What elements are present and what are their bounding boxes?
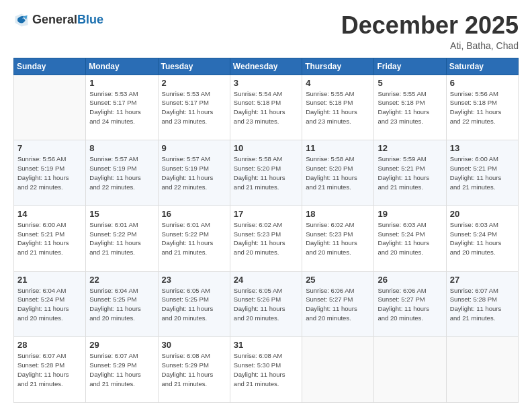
day-header-wednesday: Wednesday [230,58,302,75]
page: General Blue December 2025 Ati, Batha, C… [0,0,532,411]
day-info: Sunrise: 5:59 AM Sunset: 5:21 PM Dayligh… [378,154,442,191]
calendar-cell: 17Sunrise: 6:02 AM Sunset: 5:23 PM Dayli… [230,205,302,271]
day-number: 29 [89,340,154,350]
day-number: 13 [450,143,515,153]
calendar-cell: 19Sunrise: 6:03 AM Sunset: 5:24 PM Dayli… [374,205,446,271]
day-info: Sunrise: 5:58 AM Sunset: 5:20 PM Dayligh… [234,154,298,191]
day-info: Sunrise: 6:01 AM Sunset: 5:22 PM Dayligh… [89,220,154,257]
day-info: Sunrise: 5:57 AM Sunset: 5:19 PM Dayligh… [89,154,154,191]
calendar-week-row: 7Sunrise: 5:56 AM Sunset: 5:19 PM Daylig… [14,140,519,206]
calendar-cell [302,337,374,403]
logo-blue: Blue [77,13,103,27]
calendar-week-row: 28Sunrise: 6:07 AM Sunset: 5:28 PM Dayli… [14,337,519,403]
calendar-cell: 30Sunrise: 6:08 AM Sunset: 5:29 PM Dayli… [158,337,230,403]
day-number: 5 [378,78,442,88]
calendar-week-row: 1Sunrise: 5:53 AM Sunset: 5:17 PM Daylig… [14,75,519,140]
calendar-cell: 11Sunrise: 5:58 AM Sunset: 5:20 PM Dayli… [302,140,374,206]
day-number: 7 [17,143,82,153]
calendar-cell: 27Sunrise: 6:07 AM Sunset: 5:28 PM Dayli… [446,271,518,337]
day-info: Sunrise: 6:06 AM Sunset: 5:27 PM Dayligh… [306,286,370,323]
day-number: 9 [162,143,226,153]
calendar-cell: 23Sunrise: 6:05 AM Sunset: 5:25 PM Dayli… [158,271,230,337]
day-info: Sunrise: 5:55 AM Sunset: 5:18 PM Dayligh… [378,89,442,126]
calendar-cell: 3Sunrise: 5:54 AM Sunset: 5:18 PM Daylig… [230,75,302,140]
calendar-cell: 6Sunrise: 5:56 AM Sunset: 5:18 PM Daylig… [446,75,518,140]
day-info: Sunrise: 5:55 AM Sunset: 5:18 PM Dayligh… [306,89,370,126]
day-info: Sunrise: 6:00 AM Sunset: 5:21 PM Dayligh… [17,220,82,257]
day-number: 10 [234,143,298,153]
day-number: 14 [17,209,82,219]
day-info: Sunrise: 5:53 AM Sunset: 5:17 PM Dayligh… [162,89,226,126]
day-info: Sunrise: 6:02 AM Sunset: 5:23 PM Dayligh… [234,220,298,257]
day-info: Sunrise: 6:07 AM Sunset: 5:28 PM Dayligh… [450,286,515,323]
day-info: Sunrise: 6:04 AM Sunset: 5:25 PM Dayligh… [89,286,154,323]
calendar-cell: 10Sunrise: 5:58 AM Sunset: 5:20 PM Dayli… [230,140,302,206]
logo-icon [13,12,30,28]
day-header-tuesday: Tuesday [158,58,230,75]
day-number: 28 [17,340,82,350]
day-info: Sunrise: 5:57 AM Sunset: 5:19 PM Dayligh… [162,154,226,191]
day-info: Sunrise: 6:03 AM Sunset: 5:24 PM Dayligh… [378,220,442,257]
day-info: Sunrise: 6:05 AM Sunset: 5:25 PM Dayligh… [162,286,226,323]
day-number: 18 [306,209,370,219]
day-info: Sunrise: 5:54 AM Sunset: 5:18 PM Dayligh… [234,89,298,126]
calendar-cell: 25Sunrise: 6:06 AM Sunset: 5:27 PM Dayli… [302,271,374,337]
month-title: December 2025 [341,12,519,39]
day-header-friday: Friday [374,58,446,75]
calendar-cell: 22Sunrise: 6:04 AM Sunset: 5:25 PM Dayli… [86,271,158,337]
day-number: 26 [378,275,442,285]
day-info: Sunrise: 5:56 AM Sunset: 5:19 PM Dayligh… [17,154,82,191]
calendar-cell [14,75,86,140]
day-number: 12 [378,143,442,153]
day-number: 16 [162,209,226,219]
calendar-cell: 18Sunrise: 6:02 AM Sunset: 5:23 PM Dayli… [302,205,374,271]
day-header-sunday: Sunday [14,58,86,75]
day-number: 15 [89,209,154,219]
logo-general: General [32,13,77,27]
day-number: 21 [17,275,82,285]
title-block: December 2025 Ati, Batha, Chad [341,12,519,51]
header: General Blue December 2025 Ati, Batha, C… [13,12,519,51]
calendar-cell: 24Sunrise: 6:05 AM Sunset: 5:26 PM Dayli… [230,271,302,337]
calendar-cell: 20Sunrise: 6:03 AM Sunset: 5:24 PM Dayli… [446,205,518,271]
calendar-cell: 9Sunrise: 5:57 AM Sunset: 5:19 PM Daylig… [158,140,230,206]
day-info: Sunrise: 6:07 AM Sunset: 5:29 PM Dayligh… [89,351,154,388]
day-number: 8 [89,143,154,153]
calendar-cell: 21Sunrise: 6:04 AM Sunset: 5:24 PM Dayli… [14,271,86,337]
day-info: Sunrise: 6:08 AM Sunset: 5:30 PM Dayligh… [234,351,298,388]
calendar-cell [446,337,518,403]
calendar-cell: 31Sunrise: 6:08 AM Sunset: 5:30 PM Dayli… [230,337,302,403]
location: Ati, Batha, Chad [341,40,519,51]
calendar-cell: 28Sunrise: 6:07 AM Sunset: 5:28 PM Dayli… [14,337,86,403]
logo-text: General Blue [32,13,103,27]
day-info: Sunrise: 6:07 AM Sunset: 5:28 PM Dayligh… [17,351,82,388]
day-header-thursday: Thursday [302,58,374,75]
calendar-cell: 7Sunrise: 5:56 AM Sunset: 5:19 PM Daylig… [14,140,86,206]
day-number: 30 [162,340,226,350]
day-number: 23 [162,275,226,285]
day-number: 19 [378,209,442,219]
day-info: Sunrise: 6:04 AM Sunset: 5:24 PM Dayligh… [17,286,82,323]
calendar-table: SundayMondayTuesdayWednesdayThursdayFrid… [13,58,519,403]
day-number: 1 [89,78,154,88]
day-number: 31 [234,340,298,350]
calendar-cell: 15Sunrise: 6:01 AM Sunset: 5:22 PM Dayli… [86,205,158,271]
calendar-week-row: 21Sunrise: 6:04 AM Sunset: 5:24 PM Dayli… [14,271,519,337]
day-number: 11 [306,143,370,153]
calendar-cell: 12Sunrise: 5:59 AM Sunset: 5:21 PM Dayli… [374,140,446,206]
calendar-header-row: SundayMondayTuesdayWednesdayThursdayFrid… [14,58,519,75]
day-number: 27 [450,275,515,285]
day-number: 17 [234,209,298,219]
day-info: Sunrise: 6:00 AM Sunset: 5:21 PM Dayligh… [450,154,515,191]
day-info: Sunrise: 6:01 AM Sunset: 5:22 PM Dayligh… [162,220,226,257]
day-header-monday: Monday [86,58,158,75]
day-header-saturday: Saturday [446,58,518,75]
day-info: Sunrise: 5:58 AM Sunset: 5:20 PM Dayligh… [306,154,370,191]
day-info: Sunrise: 5:56 AM Sunset: 5:18 PM Dayligh… [450,89,515,126]
calendar-cell: 16Sunrise: 6:01 AM Sunset: 5:22 PM Dayli… [158,205,230,271]
day-number: 24 [234,275,298,285]
calendar-cell: 8Sunrise: 5:57 AM Sunset: 5:19 PM Daylig… [86,140,158,206]
day-info: Sunrise: 6:08 AM Sunset: 5:29 PM Dayligh… [162,351,226,388]
day-info: Sunrise: 6:02 AM Sunset: 5:23 PM Dayligh… [306,220,370,257]
logo: General Blue [13,12,103,28]
